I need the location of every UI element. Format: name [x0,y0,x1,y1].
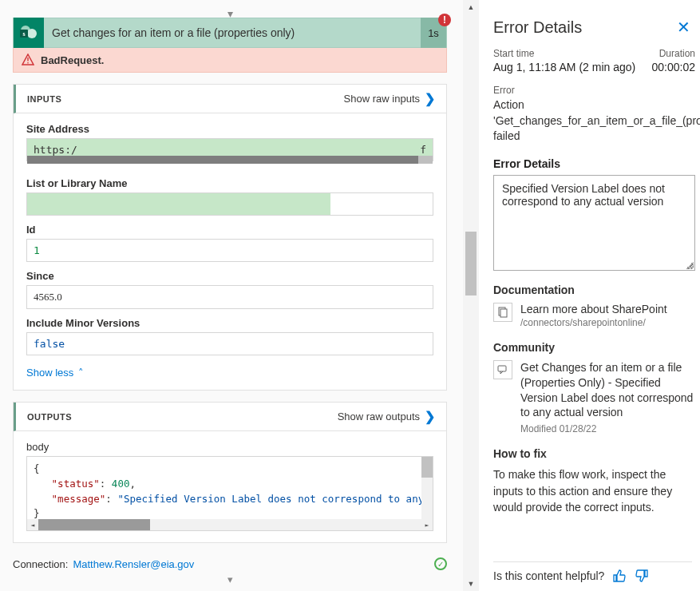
community-post-date: Modified 01/28/22 [520,423,695,434]
run-details-pane: ▾ s Get changes for an item or a file (p… [0,0,463,591]
site-address-value: https:/ f [26,138,433,161]
chat-icon [493,360,512,379]
doc-link-title: Learn more about SharePoint [520,303,667,315]
doc-link-path: /connectors/sharepointonline/ [520,317,667,328]
inputs-card: INPUTS Show raw inputs ❯ Site Address ht… [13,84,447,391]
bad-request-text: BadRequest. [41,54,104,66]
minor-versions-label: Include Minor Versions [26,317,433,329]
helpful-bar: Is this content helpful? [493,561,692,583]
connection-label: Connection: [13,558,68,570]
show-raw-inputs-link[interactable]: Show raw inputs ❯ [344,91,435,106]
thumbs-up-icon[interactable] [612,569,627,583]
documentation-heading: Documentation [493,284,695,296]
body-json-box: { "status": 400, "message": "Specified V… [26,456,433,531]
error-details-textbox[interactable]: Specified Version Label does not corresp… [493,175,695,271]
inputs-title: INPUTS [27,94,61,104]
documentation-link[interactable]: Learn more about SharePoint /connectors/… [493,303,695,328]
outputs-title: OUTPUTS [27,412,72,422]
howto-heading: How to fix [493,447,695,460]
community-post-title: Get Changes for an item or a file (Prope… [520,360,695,421]
raw-inputs-label: Show raw inputs [344,93,420,105]
minor-versions-value: false [26,332,433,355]
duration-label: Duration [659,48,695,59]
chevron-right-icon: ❯ [425,409,435,424]
duration-value: 00:00:02 [652,61,696,73]
chevron-down-icon[interactable]: ▾ [13,573,447,585]
document-icon [493,303,512,322]
list-name-label: List or Library Name [26,177,433,189]
community-heading: Community [493,341,695,354]
main-vertical-scrollbar[interactable]: ▲ ▼ [463,0,479,591]
error-details-pane: Error Details ✕ Start time Duration Aug … [479,0,700,591]
id-label: Id [26,224,433,236]
action-card-header[interactable]: s Get changes for an item or a file (pro… [13,18,447,48]
howto-text: To make this flow work, inspect the inpu… [493,466,695,515]
list-name-value [26,192,433,216]
id-value: 1 [26,239,433,262]
connection-row: Connection: Matthew.Rensler@eia.gov ✓ [13,557,447,570]
sharepoint-icon: s [14,18,44,48]
error-action-text: Action 'Get_changes_for_an_item_or_a_fil… [493,97,695,145]
svg-text:s: s [22,30,25,38]
outputs-card: OUTPUTS Show raw outputs ❯ body { "statu… [13,402,447,543]
warning-icon [22,54,34,66]
outputs-header: OUTPUTS Show raw outputs ❯ [14,403,446,431]
horizontal-scrollbar[interactable] [27,156,433,164]
bad-request-banner: BadRequest. [13,48,447,73]
svg-rect-7 [500,309,507,317]
svg-rect-8 [498,366,506,371]
scroll-up-icon[interactable]: ▲ [463,0,479,14]
inputs-header: INPUTS Show raw inputs ❯ [14,85,446,113]
site-address-label: Site Address [26,123,433,135]
error-badge-icon: ! [438,14,451,26]
helpful-label: Is this content helpful? [493,569,604,582]
error-label: Error [493,85,695,96]
chevron-up-icon: ˄ [78,367,84,379]
start-time-value: Aug 1, 11:18 AM (2 min ago) [493,61,635,73]
show-less-link[interactable]: Show less ˄ [26,367,84,379]
show-raw-outputs-link[interactable]: Show raw outputs ❯ [338,409,435,424]
svg-point-1 [27,29,37,38]
scroll-down-icon[interactable]: ▼ [463,577,479,591]
start-time-label: Start time [493,48,534,59]
thumbs-down-icon[interactable] [635,569,649,583]
chevron-right-icon: ❯ [425,91,435,106]
scrollbar-thumb[interactable] [465,232,477,296]
svg-rect-4 [27,58,28,61]
success-check-icon: ✓ [434,557,447,570]
scroll-right-icon[interactable]: ► [421,519,433,530]
error-details-heading: Error Details [493,157,695,170]
since-label: Since [26,270,433,282]
action-title: Get changes for an item or a file (prope… [44,26,421,39]
vertical-scrollbar[interactable] [421,457,433,519]
since-value: 4565.0 [26,285,433,309]
scroll-left-icon[interactable]: ◄ [27,519,38,530]
horizontal-scrollbar[interactable]: ◄ ► [27,519,433,530]
pane-title: Error Details [493,18,582,37]
connection-email-link[interactable]: Matthew.Rensler@eia.gov [73,558,194,570]
community-post-link[interactable]: Get Changes for an item or a file (Prope… [493,360,695,435]
body-label: body [26,441,433,453]
raw-outputs-label: Show raw outputs [338,411,420,422]
svg-rect-5 [27,62,28,63]
close-icon[interactable]: ✕ [672,18,695,37]
